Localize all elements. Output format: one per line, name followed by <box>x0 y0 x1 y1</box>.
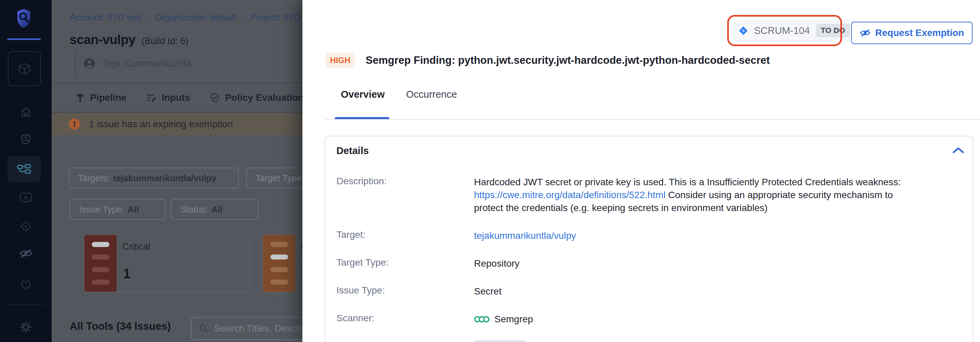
severity-card-label: Critical <box>123 242 151 252</box>
critical-severity-card[interactable]: Critical 1 <box>84 234 250 293</box>
tab-inputs-label: Inputs <box>161 92 190 103</box>
issue-type-row: Issue Type: Secret <box>336 285 959 298</box>
targets-filter-label: Targets: <box>78 173 110 184</box>
severity-badge-high: HIGH <box>326 52 355 68</box>
scanner-label: Scanner: <box>336 313 474 326</box>
inputs-tab-icon <box>146 93 156 103</box>
search-icon <box>199 323 208 334</box>
reference-identifiers-label: Reference Identifiers: <box>336 340 474 342</box>
target-type-row: Target Type: Repository <box>336 257 959 270</box>
tab-pipeline-label: Pipeline <box>90 92 126 103</box>
sidebar-item-get-started[interactable] <box>0 220 52 233</box>
shield-search-icon <box>20 133 32 145</box>
tab-policy-evaluations-label: Policy Evaluations <box>225 92 309 103</box>
build-id: (Build Id: 6) <box>142 36 189 46</box>
user-name: Teja Kummarikuntla <box>102 58 191 69</box>
jira-ticket-key: SCRUM-104 <box>754 25 810 36</box>
meta-divider <box>75 52 76 78</box>
tabs-bottom-border <box>325 119 980 120</box>
breadcrumb-account[interactable]: Account: STO test <box>70 12 142 23</box>
module-selector[interactable] <box>8 51 41 86</box>
tab-policy-evaluations[interactable]: Policy Evaluations <box>210 92 309 103</box>
tab-overview[interactable]: Overview <box>341 89 385 100</box>
jira-ticket-chip[interactable]: SCRUM-104 TO DO <box>731 19 858 42</box>
severity-gauge-critical <box>84 235 116 292</box>
pipeline-tab-icon <box>75 93 85 103</box>
details-card: Details Description: Hardcoded JWT secre… <box>325 136 973 342</box>
jira-status-badge: TO DO <box>816 24 850 37</box>
scanner-row: Scanner: Semgrep <box>336 313 959 326</box>
target-type-label: Target Type: <box>336 257 474 270</box>
sidebar-item-home[interactable] <box>0 106 52 118</box>
target-label: Target: <box>336 230 474 242</box>
sto-shield-logo-icon[interactable] <box>16 8 32 30</box>
issue-type-label: Issue Type: <box>336 285 474 298</box>
cwe-link[interactable]: https://cwe.mitre.org/data/definitions/5… <box>474 190 665 200</box>
target-link[interactable]: tejakummarikuntla/vulpy <box>474 230 576 241</box>
description-text: Hardcoded JWT secret or private key is u… <box>474 177 901 187</box>
severity-summary-container: Critical 1 High 3 <box>70 228 329 306</box>
cwe-chip[interactable]: CWE-522 <box>474 340 526 342</box>
tab-pipeline[interactable]: Pipeline <box>75 92 126 103</box>
gear-icon <box>19 320 33 334</box>
policy-shield-icon <box>210 92 220 103</box>
jira-icon <box>739 26 748 35</box>
sidebar-divider <box>7 304 45 305</box>
request-exemption-button[interactable]: Request Exemption <box>851 22 972 44</box>
breadcrumb-project[interactable]: Project: STO <box>250 12 301 23</box>
all-tools-heading: All Tools (34 Issues) <box>70 320 170 332</box>
target-row: Target: tejakummarikuntla/vulpy <box>336 230 959 242</box>
issue-type-filter-label: Issue Type: <box>79 204 124 215</box>
banner-text: 1 issue has an expiring exemption <box>89 119 233 130</box>
avatar-icon <box>83 57 96 70</box>
finding-tabs: Overview Occurrence <box>341 89 457 100</box>
breadcrumb-organization[interactable]: Organization: default <box>155 12 237 23</box>
executions-icon <box>19 192 32 203</box>
severity-gauge-high <box>263 235 295 292</box>
exemption-eye-slash-icon <box>860 29 870 37</box>
sidebar-item-ticket-settings[interactable] <box>0 278 52 290</box>
sidebar-item-settings[interactable] <box>0 320 52 334</box>
details-fields: Description: Hardcoded JWT secret or pri… <box>336 176 959 342</box>
breadcrumb-separator: › <box>147 12 150 23</box>
finding-detail-panel: SCRUM-104 TO DO Request Exemption HIGH S… <box>302 0 980 342</box>
chevron-up-icon[interactable] <box>952 147 964 155</box>
module-cube-icon <box>17 62 32 76</box>
status-filter-dropdown[interactable]: Status: All <box>171 199 259 220</box>
target-icon <box>19 220 32 233</box>
status-filter-label: Status: <box>180 204 208 215</box>
breadcrumb-separator: › <box>242 12 245 23</box>
semgrep-logo-icon <box>474 315 490 323</box>
issue-type-filter-dropdown[interactable]: Issue Type: All <box>70 199 165 220</box>
description-label: Description: <box>336 176 474 214</box>
finding-title: Semgrep Finding: python.jwt.security.jwt… <box>366 54 770 66</box>
description-value: Hardcoded JWT secret or private key is u… <box>474 176 909 214</box>
sidebar-item-overview[interactable] <box>0 133 52 145</box>
page-title-row: scan-vulpy (Build Id: 6) <box>70 33 189 47</box>
eye-slash-icon <box>19 249 33 258</box>
request-exemption-label: Request Exemption <box>875 27 964 38</box>
tab-inputs[interactable]: Inputs <box>146 92 190 103</box>
targets-filter-value: tejakummarikuntla/vulpy <box>113 173 217 184</box>
page-title: scan-vulpy <box>70 33 135 47</box>
status-filter-value: All <box>212 204 223 215</box>
severity-card-count: 1 <box>123 266 130 281</box>
sidebar-item-executions[interactable] <box>0 192 52 203</box>
sidebar-active-underline <box>7 38 41 40</box>
pipeline-icon <box>16 163 32 175</box>
chevron-down-icon <box>242 204 249 215</box>
targets-filter-dropdown[interactable]: Targets: tejakummarikuntla/vulpy <box>68 168 239 188</box>
sidebar <box>0 0 52 342</box>
warning-icon: ! <box>68 119 80 130</box>
description-row: Description: Hardcoded JWT secret or pri… <box>336 176 959 214</box>
home-icon <box>20 106 32 118</box>
tab-occurrence[interactable]: Occurrence <box>406 89 457 100</box>
details-heading: Details <box>336 145 369 157</box>
issue-type-value: Secret <box>474 285 501 298</box>
power-icon <box>20 278 32 290</box>
sidebar-item-pipelines-active[interactable] <box>8 156 41 182</box>
app-root: Account: STO test › Organization: defaul… <box>0 0 980 342</box>
scanner-value: Semgrep <box>495 313 533 326</box>
chevron-down-icon <box>149 204 156 215</box>
sidebar-item-exemptions[interactable] <box>0 249 52 258</box>
